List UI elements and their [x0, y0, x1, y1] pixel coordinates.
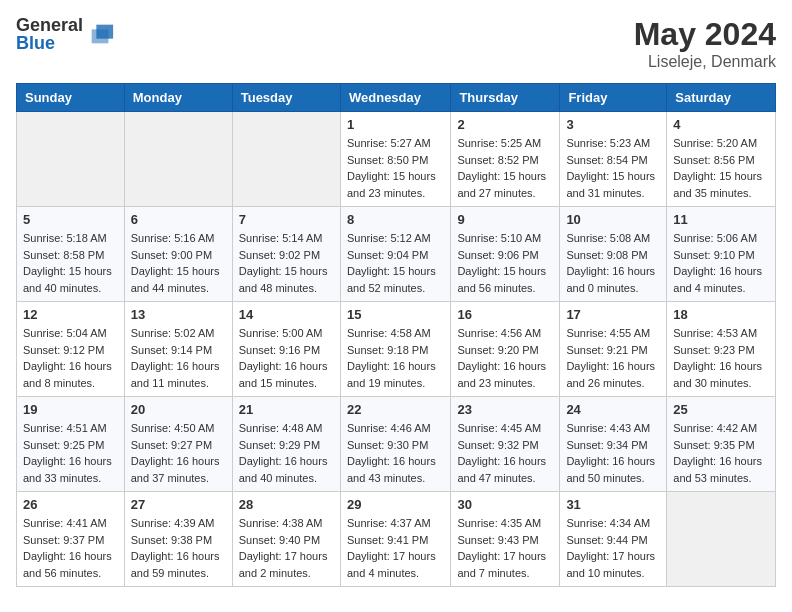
day-number: 19 — [23, 402, 118, 417]
day-number: 15 — [347, 307, 444, 322]
week-row-3: 12Sunrise: 5:04 AMSunset: 9:12 PMDayligh… — [17, 302, 776, 397]
calendar-cell: 13Sunrise: 5:02 AMSunset: 9:14 PMDayligh… — [124, 302, 232, 397]
day-info: Sunrise: 5:10 AMSunset: 9:06 PMDaylight:… — [457, 230, 553, 296]
day-number: 26 — [23, 497, 118, 512]
day-number: 21 — [239, 402, 334, 417]
day-number: 1 — [347, 117, 444, 132]
column-header-monday: Monday — [124, 84, 232, 112]
column-header-tuesday: Tuesday — [232, 84, 340, 112]
day-info: Sunrise: 4:48 AMSunset: 9:29 PMDaylight:… — [239, 420, 334, 486]
day-info: Sunrise: 5:14 AMSunset: 9:02 PMDaylight:… — [239, 230, 334, 296]
day-number: 24 — [566, 402, 660, 417]
calendar-cell: 15Sunrise: 4:58 AMSunset: 9:18 PMDayligh… — [340, 302, 450, 397]
logo-icon — [87, 20, 115, 48]
day-number: 31 — [566, 497, 660, 512]
calendar-cell: 22Sunrise: 4:46 AMSunset: 9:30 PMDayligh… — [340, 397, 450, 492]
calendar-cell: 3Sunrise: 5:23 AMSunset: 8:54 PMDaylight… — [560, 112, 667, 207]
logo-blue: Blue — [16, 34, 83, 52]
calendar-table: SundayMondayTuesdayWednesdayThursdayFrid… — [16, 83, 776, 587]
calendar-cell: 17Sunrise: 4:55 AMSunset: 9:21 PMDayligh… — [560, 302, 667, 397]
day-number: 28 — [239, 497, 334, 512]
calendar-cell: 14Sunrise: 5:00 AMSunset: 9:16 PMDayligh… — [232, 302, 340, 397]
day-info: Sunrise: 4:35 AMSunset: 9:43 PMDaylight:… — [457, 515, 553, 581]
location: Liseleje, Denmark — [634, 53, 776, 71]
calendar-cell: 9Sunrise: 5:10 AMSunset: 9:06 PMDaylight… — [451, 207, 560, 302]
day-number: 20 — [131, 402, 226, 417]
calendar-cell: 2Sunrise: 5:25 AMSunset: 8:52 PMDaylight… — [451, 112, 560, 207]
day-info: Sunrise: 4:51 AMSunset: 9:25 PMDaylight:… — [23, 420, 118, 486]
calendar-cell: 31Sunrise: 4:34 AMSunset: 9:44 PMDayligh… — [560, 492, 667, 587]
day-info: Sunrise: 4:53 AMSunset: 9:23 PMDaylight:… — [673, 325, 769, 391]
calendar-cell: 21Sunrise: 4:48 AMSunset: 9:29 PMDayligh… — [232, 397, 340, 492]
day-info: Sunrise: 4:38 AMSunset: 9:40 PMDaylight:… — [239, 515, 334, 581]
day-number: 25 — [673, 402, 769, 417]
calendar-cell — [17, 112, 125, 207]
week-row-4: 19Sunrise: 4:51 AMSunset: 9:25 PMDayligh… — [17, 397, 776, 492]
day-info: Sunrise: 4:45 AMSunset: 9:32 PMDaylight:… — [457, 420, 553, 486]
day-number: 5 — [23, 212, 118, 227]
day-info: Sunrise: 4:41 AMSunset: 9:37 PMDaylight:… — [23, 515, 118, 581]
day-info: Sunrise: 4:37 AMSunset: 9:41 PMDaylight:… — [347, 515, 444, 581]
calendar-cell: 6Sunrise: 5:16 AMSunset: 9:00 PMDaylight… — [124, 207, 232, 302]
column-header-saturday: Saturday — [667, 84, 776, 112]
day-info: Sunrise: 5:27 AMSunset: 8:50 PMDaylight:… — [347, 135, 444, 201]
day-number: 22 — [347, 402, 444, 417]
day-number: 13 — [131, 307, 226, 322]
calendar-cell — [232, 112, 340, 207]
day-number: 30 — [457, 497, 553, 512]
calendar-cell: 1Sunrise: 5:27 AMSunset: 8:50 PMDaylight… — [340, 112, 450, 207]
calendar-cell — [667, 492, 776, 587]
day-number: 18 — [673, 307, 769, 322]
calendar-cell: 16Sunrise: 4:56 AMSunset: 9:20 PMDayligh… — [451, 302, 560, 397]
calendar-cell: 11Sunrise: 5:06 AMSunset: 9:10 PMDayligh… — [667, 207, 776, 302]
calendar-cell: 27Sunrise: 4:39 AMSunset: 9:38 PMDayligh… — [124, 492, 232, 587]
day-info: Sunrise: 5:06 AMSunset: 9:10 PMDaylight:… — [673, 230, 769, 296]
calendar-cell: 29Sunrise: 4:37 AMSunset: 9:41 PMDayligh… — [340, 492, 450, 587]
column-header-sunday: Sunday — [17, 84, 125, 112]
day-info: Sunrise: 5:12 AMSunset: 9:04 PMDaylight:… — [347, 230, 444, 296]
day-number: 17 — [566, 307, 660, 322]
calendar-cell: 26Sunrise: 4:41 AMSunset: 9:37 PMDayligh… — [17, 492, 125, 587]
logo: General Blue — [16, 16, 115, 52]
day-number: 16 — [457, 307, 553, 322]
day-number: 3 — [566, 117, 660, 132]
day-number: 2 — [457, 117, 553, 132]
day-info: Sunrise: 5:23 AMSunset: 8:54 PMDaylight:… — [566, 135, 660, 201]
day-info: Sunrise: 5:20 AMSunset: 8:56 PMDaylight:… — [673, 135, 769, 201]
calendar-cell: 8Sunrise: 5:12 AMSunset: 9:04 PMDaylight… — [340, 207, 450, 302]
day-number: 10 — [566, 212, 660, 227]
day-number: 8 — [347, 212, 444, 227]
day-info: Sunrise: 5:08 AMSunset: 9:08 PMDaylight:… — [566, 230, 660, 296]
day-number: 11 — [673, 212, 769, 227]
day-info: Sunrise: 5:02 AMSunset: 9:14 PMDaylight:… — [131, 325, 226, 391]
day-number: 12 — [23, 307, 118, 322]
calendar-cell: 25Sunrise: 4:42 AMSunset: 9:35 PMDayligh… — [667, 397, 776, 492]
calendar-header-row: SundayMondayTuesdayWednesdayThursdayFrid… — [17, 84, 776, 112]
day-info: Sunrise: 4:55 AMSunset: 9:21 PMDaylight:… — [566, 325, 660, 391]
week-row-5: 26Sunrise: 4:41 AMSunset: 9:37 PMDayligh… — [17, 492, 776, 587]
day-number: 27 — [131, 497, 226, 512]
svg-marker-1 — [92, 29, 109, 43]
calendar-cell: 19Sunrise: 4:51 AMSunset: 9:25 PMDayligh… — [17, 397, 125, 492]
day-info: Sunrise: 4:34 AMSunset: 9:44 PMDaylight:… — [566, 515, 660, 581]
month-year: May 2024 — [634, 16, 776, 53]
title-section: May 2024 Liseleje, Denmark — [634, 16, 776, 71]
day-number: 9 — [457, 212, 553, 227]
logo-general: General — [16, 16, 83, 34]
day-number: 6 — [131, 212, 226, 227]
day-number: 7 — [239, 212, 334, 227]
day-info: Sunrise: 4:43 AMSunset: 9:34 PMDaylight:… — [566, 420, 660, 486]
calendar-cell: 18Sunrise: 4:53 AMSunset: 9:23 PMDayligh… — [667, 302, 776, 397]
week-row-1: 1Sunrise: 5:27 AMSunset: 8:50 PMDaylight… — [17, 112, 776, 207]
calendar-cell: 20Sunrise: 4:50 AMSunset: 9:27 PMDayligh… — [124, 397, 232, 492]
day-info: Sunrise: 5:04 AMSunset: 9:12 PMDaylight:… — [23, 325, 118, 391]
day-info: Sunrise: 4:56 AMSunset: 9:20 PMDaylight:… — [457, 325, 553, 391]
day-info: Sunrise: 4:46 AMSunset: 9:30 PMDaylight:… — [347, 420, 444, 486]
calendar-cell: 28Sunrise: 4:38 AMSunset: 9:40 PMDayligh… — [232, 492, 340, 587]
column-header-wednesday: Wednesday — [340, 84, 450, 112]
day-number: 23 — [457, 402, 553, 417]
day-info: Sunrise: 4:39 AMSunset: 9:38 PMDaylight:… — [131, 515, 226, 581]
day-info: Sunrise: 4:42 AMSunset: 9:35 PMDaylight:… — [673, 420, 769, 486]
calendar-cell: 24Sunrise: 4:43 AMSunset: 9:34 PMDayligh… — [560, 397, 667, 492]
day-number: 4 — [673, 117, 769, 132]
